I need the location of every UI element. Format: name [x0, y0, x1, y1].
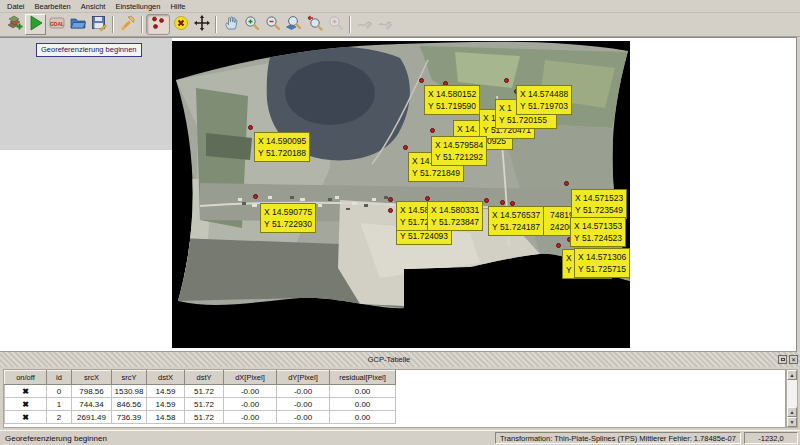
gcp-point[interactable]: [253, 194, 258, 199]
zoom-next-icon: [328, 15, 344, 35]
save-gcp-button[interactable]: [88, 14, 109, 35]
gcp-point[interactable]: [567, 237, 572, 242]
gcp-point[interactable]: [484, 198, 489, 203]
load-gcp-button[interactable]: [67, 14, 88, 35]
start-georeferencing-button[interactable]: [25, 14, 46, 35]
open-raster-button[interactable]: [4, 14, 25, 35]
gcp-point[interactable]: [564, 181, 569, 186]
tooltip: Georeferenzierung beginnen: [36, 43, 142, 57]
table-scrollbar[interactable]: ▲ ▲ ▼: [786, 369, 798, 428]
zoom-out-icon: [265, 15, 281, 35]
menu-bearbeiten[interactable]: Bearbeiten: [31, 1, 75, 12]
menu-bar: DateiBearbeitenAnsichtEinstellungenHilfe: [0, 0, 800, 13]
gcp-table[interactable]: on/offidsrcXsrcYdstXdstYdX[Pixel]dY[Pixe…: [4, 370, 396, 424]
column-header-srcy[interactable]: srcY: [112, 371, 147, 385]
scroll-down-icon[interactable]: ▼: [787, 417, 797, 427]
table-cell: -0.00: [277, 385, 330, 398]
table-row[interactable]: ✖22691.49736.3914.5851.72-0.00-0.000.00: [5, 411, 396, 424]
delete-point-icon: [173, 15, 189, 35]
gcp-point[interactable]: [500, 200, 505, 205]
table-row[interactable]: ✖0798.561530.9814.5951.72-0.00-0.000.00: [5, 385, 396, 398]
column-header-residual-pixel-[interactable]: residual[Pixel]: [330, 371, 396, 385]
toolbar: GDAL: [0, 13, 800, 37]
zoom-in-button[interactable]: [241, 14, 262, 35]
menu-hilfe[interactable]: Hilfe: [166, 1, 189, 12]
link-qgis-button[interactable]: [375, 14, 396, 35]
zoom-last-icon: [307, 15, 323, 35]
toolbar-separator: [349, 16, 351, 33]
zoom-next-button[interactable]: [325, 14, 346, 35]
move-gcp-point-button[interactable]: [191, 14, 212, 35]
gcp-point[interactable]: [419, 78, 424, 83]
table-cell: -0.00: [277, 398, 330, 411]
gcp-enabled-checkbox[interactable]: ✖: [5, 411, 47, 424]
table-cell: -0.00: [224, 385, 277, 398]
column-header-dx-pixel-[interactable]: dX[Pixel]: [224, 371, 277, 385]
gcp-point[interactable]: [388, 208, 393, 213]
zoom-out-button[interactable]: [262, 14, 283, 35]
svg-text:GDAL: GDAL: [49, 20, 63, 26]
table-cell: -0.00: [224, 411, 277, 424]
column-header-dsty[interactable]: dstY: [185, 371, 224, 385]
gdal-script-button[interactable]: GDAL: [46, 14, 67, 35]
table-cell: 736.39: [112, 411, 147, 424]
gcp-point[interactable]: [403, 145, 408, 150]
gcp-point[interactable]: [510, 201, 515, 206]
gcp-point[interactable]: [556, 243, 561, 248]
toolbar-separator: [215, 16, 217, 33]
menu-datei[interactable]: Datei: [3, 1, 29, 12]
float-icon[interactable]: [778, 355, 787, 364]
add-gcp-point-button[interactable]: [146, 14, 170, 35]
gcp-dock-titlebar[interactable]: GCP-Tabelle ✕: [0, 352, 800, 367]
table-cell: 0.00: [330, 411, 396, 424]
folder-open-icon: [70, 15, 86, 35]
zoom-in-icon: [244, 15, 260, 35]
coordinate-display: -1232,0: [744, 432, 798, 444]
toolbar-separator: [112, 16, 114, 33]
zoom-to-layer-button[interactable]: [283, 14, 304, 35]
gcp-point[interactable]: [388, 197, 393, 202]
table-cell: 0.00: [330, 385, 396, 398]
gcp-point[interactable]: [514, 89, 519, 94]
gcp-dock-title: GCP-Tabelle: [0, 355, 778, 364]
menu-ansicht[interactable]: Ansicht: [77, 1, 110, 12]
map-canvas[interactable]: Georeferenzierung beginnen: [0, 37, 797, 352]
zoom-last-button[interactable]: [304, 14, 325, 35]
menu-einstellungen[interactable]: Einstellungen: [111, 1, 164, 12]
check-icon: ✖: [22, 413, 29, 422]
table-row[interactable]: ✖1744.34846.5614.5951.72-0.00-0.000.00: [5, 398, 396, 411]
toolbar-separator: [141, 16, 143, 33]
gcp-table-container: on/offidsrcXsrcYdstXdstYdX[Pixel]dY[Pixe…: [3, 369, 786, 428]
gcp-point[interactable]: [430, 128, 435, 133]
gcp-point[interactable]: [504, 78, 509, 83]
column-header-srcx[interactable]: srcX: [72, 371, 112, 385]
transformation-settings-button[interactable]: [117, 14, 138, 35]
table-cell: 51.72: [185, 385, 224, 398]
column-header-id[interactable]: id: [47, 371, 72, 385]
link-georeferencer-button[interactable]: [354, 14, 375, 35]
play-icon: [28, 15, 44, 35]
column-header-on-off[interactable]: on/off: [5, 371, 47, 385]
table-cell: 0.00: [330, 398, 396, 411]
check-icon: ✖: [22, 400, 29, 409]
link-b-icon: [378, 15, 394, 35]
delete-gcp-point-button[interactable]: [170, 14, 191, 35]
pan-button[interactable]: [220, 14, 241, 35]
gcp-point[interactable]: [425, 196, 430, 201]
gcp-point[interactable]: [443, 81, 448, 86]
scroll-up-icon[interactable]: ▲: [787, 370, 797, 380]
close-icon[interactable]: ✕: [789, 355, 798, 364]
link-a-icon: [357, 15, 373, 35]
move-icon: [194, 15, 210, 35]
warped-raster-image: [0, 38, 797, 353]
gcp-enabled-checkbox[interactable]: ✖: [5, 385, 47, 398]
column-header-dy-pixel-[interactable]: dY[Pixel]: [277, 371, 330, 385]
column-header-dstx[interactable]: dstX: [147, 371, 185, 385]
gcp-enabled-checkbox[interactable]: ✖: [5, 398, 47, 411]
gcp-points-icon: [150, 15, 166, 35]
gcp-point[interactable]: [248, 125, 253, 130]
table-cell: 2691.49: [72, 411, 112, 424]
scroll-up2-icon[interactable]: ▲: [787, 407, 797, 417]
status-message: Georeferenzierung beginnen: [2, 434, 492, 443]
table-cell: 846.56: [112, 398, 147, 411]
